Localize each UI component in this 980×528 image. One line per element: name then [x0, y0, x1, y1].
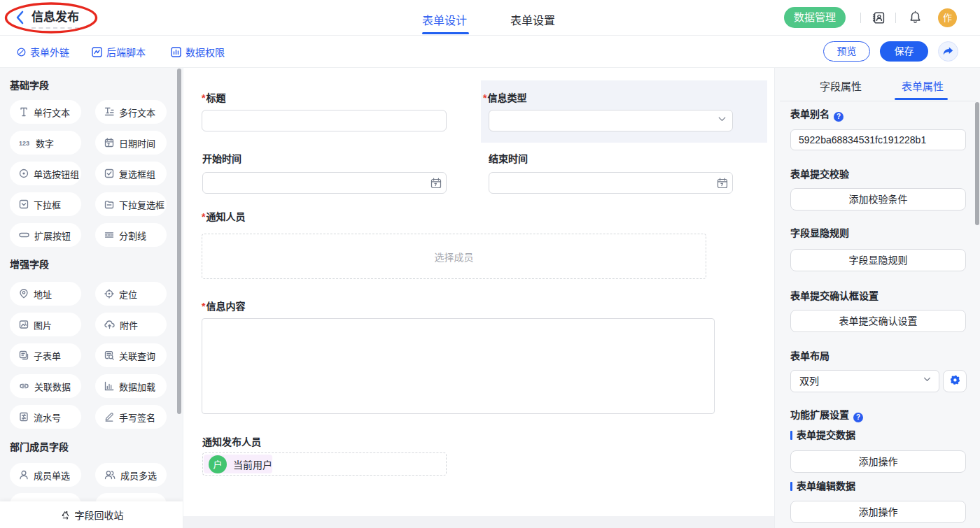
svg-text:123: 123 [19, 140, 29, 147]
